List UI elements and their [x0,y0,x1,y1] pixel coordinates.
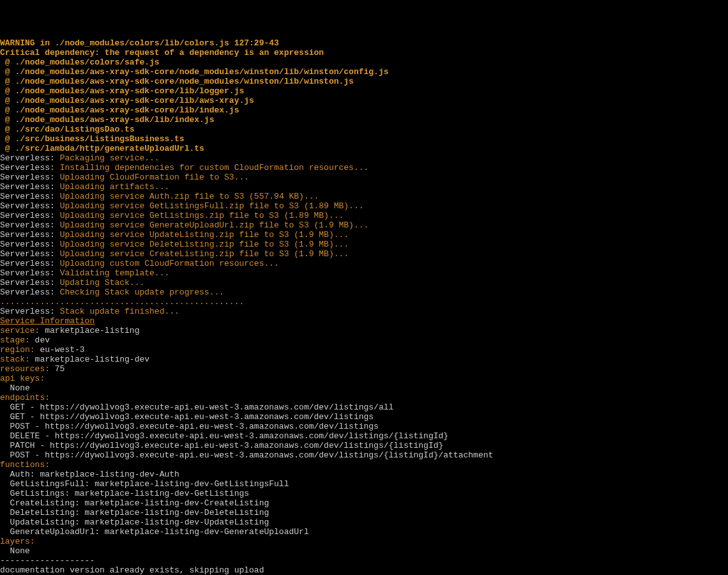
sls-line-3: Serverless: Uploading artifacts... [0,182,728,192]
serverless-step-9: Uploading service DeleteListing.zip file… [60,240,349,249]
warning-stack-2: @ ./node_modules/aws-xray-sdk-core/node_… [0,77,728,86]
warning-stack-7: @ ./src/dao/ListingsDao.ts [0,125,728,134]
serverless-step-10: Uploading service CreateListing.zip file… [60,249,349,259]
endpoint-0: GET - https://dywollvog3.execute-api.eu-… [0,402,728,412]
serverless-prefix: Serverless: [0,172,60,182]
warning-stack-8: @ ./src/business/ListingsBusiness.ts [0,134,728,144]
serverless-prefix: Serverless: [0,288,60,297]
info-apikeys-label: api keys: [0,374,728,383]
sls-line-6: Serverless: Uploading service GetListing… [0,211,728,220]
sls-line-13: Serverless: Updating Stack... [0,278,728,288]
info-layers-value: None [0,546,728,556]
sls-line-9: Serverless: Uploading service DeleteList… [0,240,728,249]
endpoint-1: GET - https://dywollvog3.execute-api.eu-… [0,412,728,422]
warning-stack-5: @ ./node_modules/aws-xray-sdk-core/lib/i… [0,105,728,115]
dashes: ------------------- [0,556,728,565]
serverless-step-5: Uploading service GetListingsFull.zip fi… [60,201,364,211]
endpoint-3: DELETE - https://dywollvog3.execute-api.… [0,431,728,441]
info-region: region: eu-west-3 [0,345,728,355]
serverless-step-3: Uploading artifacts... [60,182,170,192]
terminal-output[interactable]: WARNING in ./node_modules/colors/lib/col… [0,38,728,575]
serverless-prefix: Serverless: [0,307,60,316]
serverless-prefix: Serverless: [0,259,60,268]
info-stack: stack: marketplace-listing-dev [0,355,728,364]
serverless-prefix: Serverless: [0,153,60,163]
service-info-header: Service Information [0,316,728,326]
function-0: Auth: marketplace-listing-dev-Auth [0,470,728,479]
serverless-prefix: Serverless: [0,192,60,201]
endpoint-4: PATCH - https://dywollvog3.execute-api.e… [0,441,728,450]
sls-line-0: Serverless: Packaging service... [0,153,728,163]
sls-line-5: Serverless: Uploading service GetListing… [0,201,728,211]
serverless-prefix: Serverless: [0,182,60,192]
serverless-prefix: Serverless: [0,163,60,172]
sls-line-10: Serverless: Uploading service CreateList… [0,249,728,259]
info-layers-label: layers: [0,537,728,546]
warning-header: WARNING in ./node_modules/colors/lib/col… [0,38,728,48]
progress-dots: ........................................… [0,297,728,307]
serverless-prefix: Serverless: [0,230,60,240]
info-functions-label: functions: [0,460,728,470]
info-resources: resources: 75 [0,364,728,374]
serverless-prefix: Serverless: [0,240,60,249]
warning-stack-9: @ ./src/lambda/http/generateUploadUrl.ts [0,144,728,153]
function-1: GetListingsFull: marketplace-listing-dev… [0,479,728,489]
endpoint-2: POST - https://dywollvog3.execute-api.eu… [0,422,728,431]
serverless-step-13: Updating Stack... [60,278,145,288]
warning-stack-3: @ ./node_modules/aws-xray-sdk-core/lib/l… [0,86,728,96]
sls-line-12: Serverless: Validating template... [0,268,728,278]
serverless-prefix: Serverless: [0,201,60,211]
serverless-step-8: Uploading service UpdateListing.zip file… [60,230,349,240]
serverless-prefix: Serverless: [0,211,60,220]
function-2: GetListings: marketplace-listing-dev-Get… [0,489,728,498]
sls-line-2: Serverless: Uploading CloudFormation fil… [0,172,728,182]
warning-stack-1: @ ./node_modules/aws-xray-sdk-core/node_… [0,67,728,77]
endpoint-5: POST - https://dywollvog3.execute-api.eu… [0,450,728,460]
warning-stack-6: @ ./node_modules/aws-xray-sdk/lib/index.… [0,115,728,125]
info-stage: stage: dev [0,335,728,345]
serverless-step-4: Uploading service Auth.zip file to S3 (5… [60,192,319,201]
serverless-prefix: Serverless: [0,220,60,230]
info-apikeys-value: None [0,383,728,393]
serverless-step-0: Packaging service... [60,153,160,163]
serverless-step-2: Uploading CloudFormation file to S3... [60,172,249,182]
function-4: DeleteListing: marketplace-listing-dev-D… [0,508,728,518]
sls-line-11: Serverless: Uploading custom CloudFormat… [0,259,728,268]
info-endpoints-label: endpoints: [0,393,728,402]
function-5: UpdateListing: marketplace-listing-dev-U… [0,518,728,527]
serverless-step-6: Uploading service GetListings.zip file t… [60,211,344,220]
warning-stack-4: @ ./node_modules/aws-xray-sdk-core/lib/a… [0,96,728,105]
serverless-step-1: Installing dependencies for custom Cloud… [60,163,369,172]
sls-line-1: Serverless: Installing dependencies for … [0,163,728,172]
warning-subheader: Critical dependency: the request of a de… [0,48,728,57]
sls-line-14: Serverless: Checking Stack update progre… [0,288,728,297]
function-6: GenerateUploadUrl: marketplace-listing-d… [0,527,728,537]
serverless-step-11: Uploading custom CloudFormation resource… [60,259,279,268]
info-service: service: marketplace-listing [0,326,728,335]
sls-line-7: Serverless: Uploading service GenerateUp… [0,220,728,230]
serverless-step-14: Checking Stack update progress... [60,288,224,297]
sls-line-8: Serverless: Uploading service UpdateList… [0,230,728,240]
stack-finished-line: Serverless: Stack update finished... [0,307,728,316]
serverless-prefix: Serverless: [0,268,60,278]
serverless-prefix: Serverless: [0,249,60,259]
serverless-step-7: Uploading service GenerateUploadUrl.zip … [60,220,369,230]
function-3: CreateListing: marketplace-listing-dev-C… [0,498,728,508]
warning-stack-0: @ ./node_modules/colors/safe.js [0,57,728,67]
sls-line-4: Serverless: Uploading service Auth.zip f… [0,192,728,201]
stack-finished: Stack update finished... [60,307,179,316]
doc-skip: documentation version already exists, sk… [0,565,728,575]
serverless-step-12: Validating template... [60,268,170,278]
serverless-prefix: Serverless: [0,278,60,288]
